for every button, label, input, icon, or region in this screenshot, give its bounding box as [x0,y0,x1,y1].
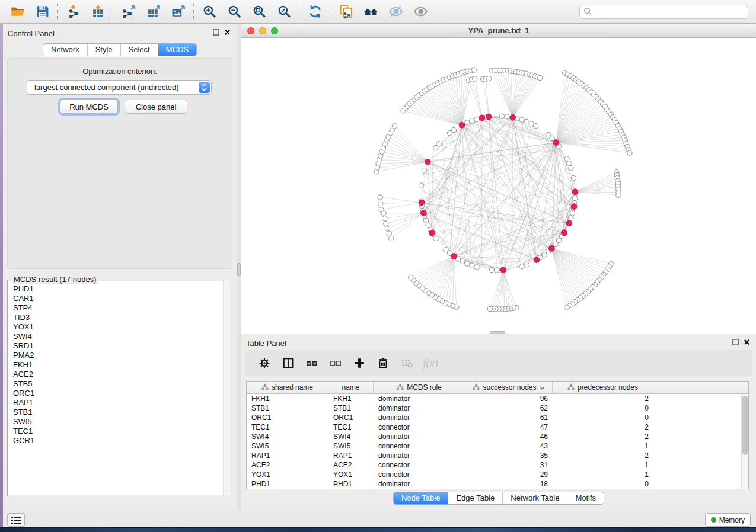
cell-successor-nodes[interactable]: 46 [465,432,553,441]
dominator-node[interactable] [572,189,578,195]
export-image-button[interactable] [166,2,191,21]
network-node[interactable] [451,127,456,132]
leaf-node[interactable] [538,75,543,80]
dominator-node[interactable] [425,159,430,165]
cell-MCDS-role[interactable]: connector [374,442,465,450]
dominator-node[interactable] [479,115,485,121]
mcds-result-item[interactable]: RAP1 [8,398,230,408]
mcds-result-list[interactable]: PHD1CAR1STP4TID3YOX1SWI4SRD1PMA2FKH1ACE2… [8,281,230,495]
network-node[interactable] [470,263,474,268]
show-all-button[interactable] [408,2,433,21]
cell-MCDS-role[interactable]: connector [374,423,465,431]
table-row[interactable]: FKH1FKH1dominator962 [247,394,748,403]
import-table-button[interactable] [85,2,110,21]
close-panel-icon[interactable] [744,339,750,345]
network-node[interactable] [419,183,423,188]
mcds-result-item[interactable]: CAR1 [8,294,230,303]
table-row[interactable]: SWI4SWI4dominator462 [247,432,748,441]
cell-predecessor-nodes[interactable]: 1 [553,470,653,479]
dominator-node[interactable] [459,122,465,128]
dominator-node[interactable] [566,220,572,226]
import-network-button[interactable] [60,2,85,21]
float-panel-icon[interactable] [732,339,739,345]
table-row[interactable]: YOX1YOX1connector291 [247,470,748,479]
cell-successor-nodes[interactable]: 61 [465,414,553,422]
network-node[interactable] [573,196,578,200]
cell-name[interactable]: ORC1 [328,414,374,422]
cell-shared-name[interactable]: RAP1 [247,451,328,460]
cell-predecessor-nodes[interactable]: 0 [553,404,653,412]
network-node[interactable] [465,120,470,125]
mcds-result-item[interactable]: SRD1 [8,341,230,351]
network-node[interactable] [564,156,569,161]
task-history-button[interactable] [7,513,25,527]
leaf-node[interactable] [382,216,387,221]
cell-shared-name[interactable]: ORC1 [247,414,328,422]
dominator-node[interactable] [534,257,540,263]
network-node[interactable] [524,262,529,267]
float-panel-icon[interactable] [213,29,219,36]
tab-style[interactable]: Style [87,44,120,56]
select-all-button[interactable] [301,354,323,373]
cell-successor-nodes[interactable]: 62 [465,404,553,412]
tab-mcds[interactable]: MCDS [158,44,196,56]
column-chooser-button[interactable] [277,354,299,373]
mcds-result-item[interactable]: SWI4 [8,332,230,341]
column-header-successor-nodes[interactable]: successor nodes [465,382,553,393]
duplicate-network-button[interactable] [333,2,358,21]
network-node[interactable] [474,117,479,121]
dominator-node[interactable] [510,115,516,121]
memory-button[interactable]: Memory [705,513,751,527]
column-header-name[interactable]: name [328,382,374,393]
save-session-button[interactable] [30,2,55,21]
dominator-node[interactable] [500,267,506,273]
export-network-button[interactable] [116,2,141,21]
first-neighbors-button[interactable] [358,2,383,21]
network-node[interactable] [571,175,576,180]
dominator-node[interactable] [421,210,427,216]
table-row[interactable]: RAP1RAP1dominator352 [247,451,748,460]
dominator-node[interactable] [486,114,492,120]
cell-predecessor-nodes[interactable]: 1 [553,442,653,450]
cell-predecessor-nodes[interactable]: 2 [553,423,653,431]
network-node[interactable] [499,114,504,118]
network-canvas[interactable] [241,38,756,334]
criterion-select[interactable]: largest connected component (undirected) [27,80,212,95]
network-node[interactable] [426,223,430,227]
mcds-result-item[interactable]: ACE2 [8,370,230,379]
cell-name[interactable]: STB1 [328,404,374,412]
cell-successor-nodes[interactable]: 29 [465,470,553,479]
tab-motifs[interactable]: Motifs [567,492,604,504]
network-node[interactable] [570,211,575,216]
network-graph[interactable] [241,38,756,334]
tab-edge-table[interactable]: Edge Table [448,492,502,504]
close-panel-button[interactable]: Close panel [125,100,187,114]
dominator-node[interactable] [419,200,425,206]
table-scrollbar[interactable] [741,394,748,489]
cell-name[interactable]: TEC1 [328,423,374,431]
network-node[interactable] [505,114,509,119]
cell-MCDS-role[interactable]: dominator [374,432,465,441]
cell-predecessor-nodes[interactable]: 2 [553,432,653,441]
hide-selected-button[interactable] [383,2,408,21]
cell-MCDS-role[interactable]: connector [374,461,465,469]
tab-select[interactable]: Select [120,44,158,56]
dominator-node[interactable] [429,230,435,236]
cell-shared-name[interactable]: FKH1 [247,395,328,403]
cell-MCDS-role[interactable]: dominator [374,480,465,488]
cell-shared-name[interactable]: TEC1 [247,423,328,431]
refresh-layout-button[interactable] [302,2,327,21]
cell-successor-nodes[interactable]: 31 [465,461,553,469]
zoom-fit-button[interactable] [247,2,272,21]
leaf-node[interactable] [487,306,492,311]
cell-successor-nodes[interactable]: 18 [465,480,553,488]
cell-shared-name[interactable]: YOX1 [247,470,328,479]
cell-MCDS-role[interactable]: dominator [374,451,465,460]
zoom-out-button[interactable] [222,2,247,21]
cell-MCDS-role[interactable]: dominator [374,404,465,412]
leaf-node[interactable] [627,150,632,155]
leaf-node[interactable] [379,207,384,211]
cell-shared-name[interactable]: ACE2 [247,461,328,469]
cell-name[interactable]: PHD1 [328,480,374,488]
cell-predecessor-nodes[interactable]: 2 [553,451,653,460]
